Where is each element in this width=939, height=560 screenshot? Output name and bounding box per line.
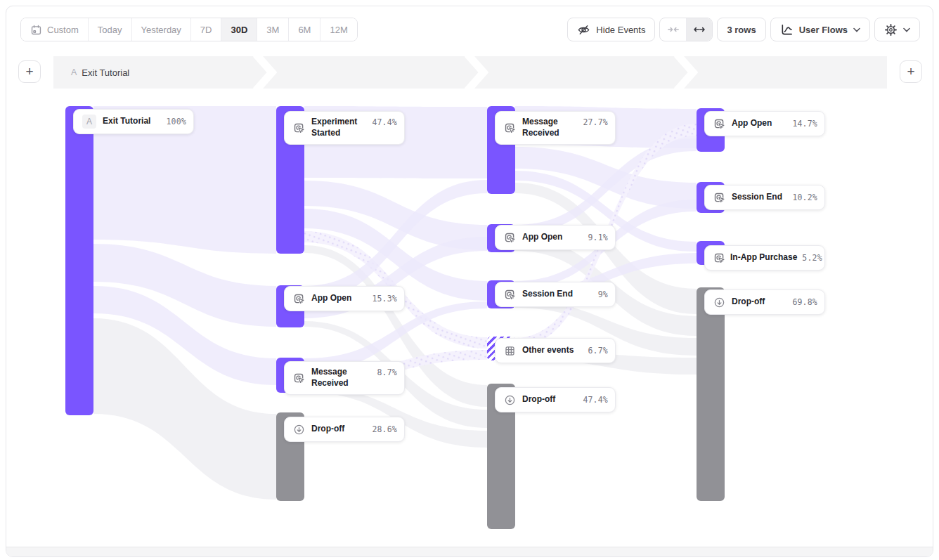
node-card-drop-off-4[interactable]: Drop-off 69.8% bbox=[704, 289, 825, 315]
date-range-today[interactable]: Today bbox=[88, 18, 131, 41]
gear-icon bbox=[884, 23, 898, 37]
date-range-label: 30D bbox=[231, 25, 247, 35]
node-value: 10.2% bbox=[792, 193, 817, 202]
pointer-square-icon bbox=[713, 192, 725, 204]
node-value: 28.6% bbox=[372, 424, 397, 434]
step-name: Exit Tutorial bbox=[82, 67, 129, 78]
step-separator-chevron bbox=[252, 56, 278, 89]
pointer-square-icon bbox=[293, 372, 305, 384]
view-label: User Flows bbox=[799, 25, 848, 35]
step-badge: A bbox=[71, 67, 77, 77]
grid-icon bbox=[504, 345, 516, 357]
eye-off-icon bbox=[577, 23, 590, 37]
node-label: Drop-off bbox=[732, 297, 765, 308]
node-card-message-received-2[interactable]: Message Received 8.7% bbox=[284, 361, 405, 395]
node-label: Session End bbox=[522, 289, 573, 300]
node-card-session-end-3[interactable]: Session End 9% bbox=[495, 282, 616, 307]
node-value: 6.7% bbox=[588, 346, 609, 356]
step-header-band: A Exit Tutorial bbox=[53, 56, 887, 89]
node-bar-exit-tutorial[interactable] bbox=[65, 106, 93, 415]
date-range-control: Custom Today Yesterday 7D 30D 3M 6M 12M bbox=[20, 18, 358, 41]
date-range-3m[interactable]: 3M bbox=[257, 18, 288, 41]
node-card-experiment-started[interactable]: Experiment Started 47.4% bbox=[284, 111, 405, 145]
node-label: App Open bbox=[311, 293, 351, 304]
node-value: 5.2% bbox=[802, 253, 822, 263]
node-bar-drop-off-4[interactable] bbox=[697, 287, 725, 501]
node-value: 100% bbox=[167, 117, 187, 126]
node-card-app-open-2[interactable]: App Open 15.3% bbox=[284, 286, 405, 311]
date-range-custom[interactable]: Custom bbox=[21, 18, 88, 41]
node-value: 27.7% bbox=[583, 112, 608, 127]
date-range-label: 3M bbox=[266, 25, 279, 35]
date-range-label: Today bbox=[98, 25, 122, 35]
add-step-right-button[interactable]: + bbox=[900, 60, 922, 83]
hide-events-label: Hide Events bbox=[596, 25, 645, 35]
node-card-in-app-purchase[interactable]: In-App Purchase 5.2% bbox=[704, 245, 825, 271]
date-range-12m[interactable]: 12M bbox=[320, 18, 356, 41]
pointer-square-icon bbox=[713, 118, 725, 130]
pointer-square-icon bbox=[713, 252, 725, 264]
expand-columns-button[interactable] bbox=[686, 18, 712, 41]
add-step-left-button[interactable]: + bbox=[18, 60, 41, 83]
node-label: Experiment Started bbox=[311, 117, 365, 138]
node-label: Session End bbox=[732, 192, 782, 203]
hide-events-button[interactable]: Hide Events bbox=[567, 18, 655, 41]
node-value: 47.4% bbox=[583, 395, 608, 405]
line-chart-icon bbox=[780, 23, 794, 37]
arrows-outward-icon bbox=[693, 23, 706, 36]
settings-menu-button[interactable] bbox=[874, 18, 920, 41]
rows-label: 3 rows bbox=[727, 25, 756, 35]
node-label: Drop-off bbox=[522, 394, 555, 405]
date-range-6m[interactable]: 6M bbox=[288, 18, 320, 41]
date-range-7d[interactable]: 7D bbox=[190, 18, 221, 41]
date-range-label: 12M bbox=[330, 25, 347, 35]
node-value: 47.4% bbox=[372, 112, 397, 127]
step-separator-chevron bbox=[673, 56, 699, 89]
node-label: Exit Tutorial bbox=[103, 116, 150, 127]
date-range-label: 7D bbox=[200, 25, 212, 35]
node-card-drop-off-3[interactable]: Drop-off 47.4% bbox=[495, 387, 616, 412]
view-selector[interactable]: User Flows bbox=[770, 18, 870, 41]
chevron-down-icon bbox=[903, 27, 910, 32]
date-range-label: Custom bbox=[47, 25, 79, 35]
chevron-down-icon bbox=[853, 27, 860, 32]
arrow-down-circle-icon bbox=[713, 297, 725, 308]
date-range-30d[interactable]: 30D bbox=[221, 18, 257, 41]
node-label: Other events bbox=[522, 345, 574, 356]
step-header-exit-tutorial: A Exit Tutorial bbox=[71, 56, 129, 89]
bottom-scrollbar-track[interactable] bbox=[6, 547, 933, 556]
node-card-drop-off-2[interactable]: Drop-off 28.6% bbox=[284, 417, 405, 442]
pointer-square-icon bbox=[293, 122, 305, 134]
toolbar: Custom Today Yesterday 7D 30D 3M 6M 12M … bbox=[20, 18, 920, 41]
node-card-other-events[interactable]: Other events 6.7% bbox=[495, 338, 616, 363]
arrow-down-circle-icon bbox=[293, 424, 305, 436]
node-card-message-received-3[interactable]: Message Received 27.7% bbox=[495, 111, 616, 145]
node-value: 9% bbox=[598, 289, 608, 299]
pointer-square-icon bbox=[504, 122, 516, 134]
node-card-exit-tutorial[interactable]: A Exit Tutorial 100% bbox=[73, 109, 194, 134]
node-value: 8.7% bbox=[377, 362, 398, 377]
arrows-inward-icon bbox=[667, 23, 680, 36]
node-card-session-end-4[interactable]: Session End 10.2% bbox=[704, 185, 825, 210]
arrow-down-circle-icon bbox=[504, 394, 516, 406]
node-value: 15.3% bbox=[372, 294, 397, 304]
date-range-label: 6M bbox=[298, 25, 311, 35]
node-label: In-App Purchase bbox=[730, 252, 797, 263]
node-label: Message Received bbox=[311, 367, 369, 389]
date-range-label: Yesterday bbox=[141, 25, 181, 35]
depth-control bbox=[659, 18, 713, 41]
node-value: 14.7% bbox=[792, 119, 817, 129]
node-label: Drop-off bbox=[311, 424, 344, 435]
pointer-square-icon bbox=[504, 289, 516, 301]
collapse-columns-button[interactable] bbox=[660, 18, 686, 41]
date-range-yesterday[interactable]: Yesterday bbox=[131, 18, 190, 41]
calendar-icon bbox=[30, 24, 42, 36]
node-label: App Open bbox=[732, 118, 772, 129]
node-card-app-open-4[interactable]: App Open 14.7% bbox=[704, 111, 825, 136]
node-card-app-open-3[interactable]: App Open 9.1% bbox=[495, 225, 616, 250]
pointer-square-icon bbox=[504, 232, 516, 244]
rows-button[interactable]: 3 rows bbox=[717, 18, 765, 41]
pointer-square-icon bbox=[293, 293, 305, 305]
node-value: 69.8% bbox=[792, 297, 817, 307]
step-a-badge: A bbox=[82, 115, 96, 129]
